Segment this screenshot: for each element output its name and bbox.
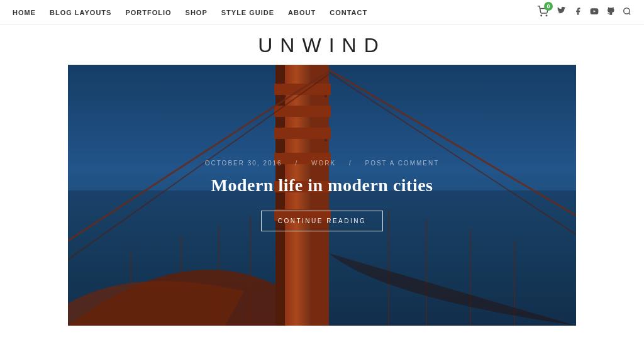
nav-about[interactable]: ABOUT xyxy=(288,9,316,16)
continue-reading-button[interactable]: CONTINUE READING xyxy=(261,211,384,231)
hero-separator-2: / xyxy=(349,160,352,167)
hero-separator-1: / xyxy=(295,160,298,167)
hero-comment-link[interactable]: POST A COMMENT xyxy=(365,160,439,167)
cart-icon[interactable]: 0 xyxy=(537,6,548,19)
nav-shop[interactable]: SHOP xyxy=(186,9,208,16)
nav-home[interactable]: HOME xyxy=(13,9,36,16)
svg-point-0 xyxy=(541,15,542,16)
svg-point-3 xyxy=(624,8,630,14)
hero-category: WORK xyxy=(311,160,336,167)
header-right: 0 xyxy=(537,6,631,19)
site-header: HOME BLOG LAYOUTS PORTFOLIO SHOP STYLE G… xyxy=(0,0,644,25)
hero-post-title: Modern life in modern cities xyxy=(80,175,564,196)
social-icons xyxy=(557,7,631,18)
nav-style-guide[interactable]: STYLE GUIDE xyxy=(221,9,274,16)
hero-content: OCTOBER 30, 2016 / WORK / POST A COMMENT… xyxy=(68,160,576,231)
hero-date: OCTOBER 30, 2016 xyxy=(205,160,282,167)
twitter-icon[interactable] xyxy=(557,7,566,18)
svg-point-1 xyxy=(546,15,547,16)
cart-badge: 0 xyxy=(544,2,553,11)
github-icon[interactable] xyxy=(606,7,615,18)
svg-line-4 xyxy=(629,13,631,15)
site-title-wrap: UNWIND xyxy=(0,25,644,65)
nav-blog-layouts[interactable]: BLOG LAYOUTS xyxy=(50,9,111,16)
site-title: UNWIND xyxy=(0,34,644,57)
search-button[interactable] xyxy=(623,7,631,18)
nav-contact[interactable]: CONTACT xyxy=(330,9,367,16)
hero-meta: OCTOBER 30, 2016 / WORK / POST A COMMENT xyxy=(80,160,564,167)
youtube-icon[interactable] xyxy=(590,7,599,18)
hero-section: OCTOBER 30, 2016 / WORK / POST A COMMENT… xyxy=(68,65,576,326)
main-nav: HOME BLOG LAYOUTS PORTFOLIO SHOP STYLE G… xyxy=(13,9,367,16)
facebook-icon[interactable] xyxy=(574,7,582,18)
nav-portfolio[interactable]: PORTFOLIO xyxy=(125,9,171,16)
